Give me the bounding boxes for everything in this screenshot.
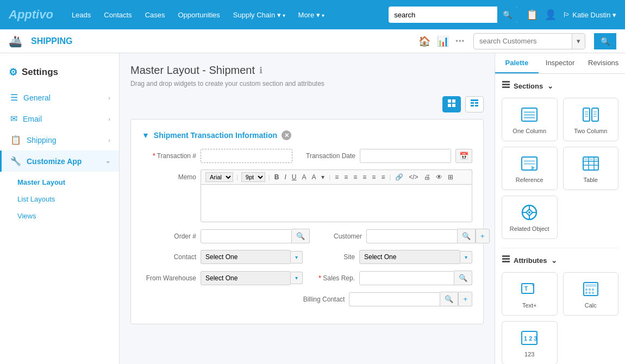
nav-cases[interactable]: Cases xyxy=(140,8,171,22)
palette-one-column[interactable]: One Column xyxy=(502,98,558,141)
svg-rect-8 xyxy=(475,105,478,106)
palette-number[interactable]: 1 2 3 123 xyxy=(502,321,558,364)
attributes-collapse-icon[interactable]: ⌄ xyxy=(551,256,557,265)
sales-rep-input[interactable] xyxy=(359,271,454,285)
svg-rect-2 xyxy=(448,104,451,107)
arrow-icon: › xyxy=(108,137,110,143)
sidebar-sub-list-layouts[interactable]: List Layouts xyxy=(0,191,119,208)
font-family-select[interactable]: Arial xyxy=(205,172,233,182)
number-label: 123 xyxy=(507,351,553,357)
order-search-icon[interactable]: 🔍 xyxy=(292,229,310,243)
table-btn[interactable]: ⊞ xyxy=(447,173,454,181)
collapse-icon[interactable]: ▼ xyxy=(142,131,149,140)
search-dropdown-arrow[interactable]: ▾ xyxy=(572,33,585,49)
link-button[interactable]: 🔗 xyxy=(394,173,404,181)
sales-rep-label: Sales Rep. xyxy=(311,274,355,282)
more-options-icon[interactable]: ••• xyxy=(455,37,465,45)
list-btn[interactable]: ≡ xyxy=(371,173,377,181)
search-button[interactable]: 🔍 xyxy=(497,7,517,23)
calendar-button[interactable]: 📅 xyxy=(455,149,472,163)
bold-button[interactable]: B xyxy=(273,173,280,181)
grid-view-button[interactable] xyxy=(442,96,461,112)
align-center[interactable]: ≡ xyxy=(343,173,349,181)
code-button[interactable]: </> xyxy=(408,173,419,181)
justify[interactable]: ≡ xyxy=(361,173,367,181)
sidebar-sub-master-layout[interactable]: Master Layout xyxy=(0,174,119,191)
sidebar-item-customize[interactable]: 🔧 Customize App ⌄ xyxy=(0,150,119,172)
sidebar-sub-views[interactable]: Views xyxy=(0,208,119,224)
site-dropdown-arrow[interactable]: ▾ xyxy=(460,251,472,263)
two-column-icon xyxy=(568,105,614,124)
svg-text:+: + xyxy=(532,282,535,288)
order-input-group: 🔍 xyxy=(201,229,310,243)
billing-search-icon[interactable]: 🔍 xyxy=(440,292,458,306)
app-logo[interactable]: Apptivo xyxy=(9,8,53,22)
warehouse-select[interactable]: Select One xyxy=(201,271,291,285)
tab-palette[interactable]: Palette xyxy=(495,53,539,73)
chart-icon[interactable]: 📊 xyxy=(437,35,449,47)
palette-two-column[interactable]: Two Column xyxy=(563,98,619,141)
nav-leads[interactable]: Leads xyxy=(66,8,96,22)
tab-revisions[interactable]: Revisions xyxy=(582,53,625,73)
align-left[interactable]: ≡ xyxy=(334,173,340,181)
site-select[interactable]: Select One xyxy=(359,250,460,264)
palette-calc[interactable]: Calc xyxy=(563,272,619,316)
preview-button[interactable]: 👁 xyxy=(435,173,443,181)
home-icon[interactable]: 🏠 xyxy=(418,35,430,47)
align-button[interactable]: A xyxy=(301,173,307,181)
customer-search-input[interactable] xyxy=(474,37,572,45)
customer-search-button[interactable]: 🔍 xyxy=(594,33,616,49)
svg-rect-55 xyxy=(592,292,594,294)
info-icon[interactable]: ℹ xyxy=(259,65,262,76)
transaction-field: Transaction # xyxy=(142,149,292,163)
contact-label: Contact xyxy=(142,253,196,261)
hierarchy-view-button[interactable] xyxy=(465,96,484,112)
nav-more[interactable]: More ▾ xyxy=(293,8,330,22)
palette-reference[interactable]: Reference xyxy=(502,147,558,190)
sidebar-item-shipping[interactable]: 📋 Shipping › xyxy=(0,129,119,150)
sales-rep-search-icon[interactable]: 🔍 xyxy=(454,271,472,285)
customer-input[interactable] xyxy=(366,229,458,243)
sub-nav-icons: 🏠 📊 ••• xyxy=(418,35,465,47)
section-close-button[interactable]: ✕ xyxy=(282,130,291,140)
svg-rect-23 xyxy=(593,116,597,117)
contact-select[interactable]: Select One xyxy=(201,250,291,264)
form-canvas: ▼ Shipment Transaction Information ✕ Tra… xyxy=(130,119,484,324)
warehouse-dropdown-arrow[interactable]: ▾ xyxy=(291,272,303,284)
search-input[interactable] xyxy=(389,11,497,19)
svg-rect-19 xyxy=(585,114,588,115)
italic-button[interactable]: I xyxy=(283,173,287,181)
contacts-icon[interactable]: 👤 xyxy=(545,9,557,21)
list2-btn[interactable]: ≡ xyxy=(380,173,386,181)
user-menu[interactable]: 🏳 Katie Dustin ▾ xyxy=(563,11,616,19)
print-button[interactable]: 🖨 xyxy=(423,173,432,181)
align-right[interactable]: ≡ xyxy=(352,173,358,181)
nav-supply-chain[interactable]: Supply Chain ▾ xyxy=(228,8,291,22)
customer-search-icon[interactable]: 🔍 xyxy=(458,229,476,243)
palette-table[interactable]: Table xyxy=(563,147,619,190)
font-size-select[interactable]: 9pt xyxy=(241,172,265,182)
palette-text-plus[interactable]: T + Text+ xyxy=(502,272,558,316)
table-icon xyxy=(568,154,614,173)
billing-contact-input[interactable] xyxy=(349,292,440,306)
align2-button[interactable]: A xyxy=(310,173,317,181)
palette-related-object[interactable]: Related Object xyxy=(502,196,558,239)
sidebar-item-email[interactable]: ✉ Email › xyxy=(0,108,119,129)
nav-contacts[interactable]: Contacts xyxy=(98,8,137,22)
transaction-input[interactable] xyxy=(201,149,292,163)
warehouse-select-group: Select One ▾ xyxy=(201,271,303,285)
sidebar-item-general[interactable]: ☰ General › xyxy=(0,87,119,108)
memo-body[interactable] xyxy=(201,184,472,222)
contact-dropdown-arrow[interactable]: ▾ xyxy=(291,251,303,263)
nav-opportunities[interactable]: Opportunities xyxy=(172,8,225,22)
transaction-date-input[interactable] xyxy=(360,149,451,163)
messages-icon[interactable]: 📋 xyxy=(526,9,538,21)
more-btn[interactable]: ▾ xyxy=(320,173,326,181)
billing-add-icon[interactable]: + xyxy=(458,292,472,306)
order-input[interactable] xyxy=(201,229,292,243)
tab-inspector[interactable]: Inspector xyxy=(539,53,582,73)
underline-button[interactable]: U xyxy=(291,173,298,181)
sections-collapse-icon[interactable]: ⌄ xyxy=(547,82,553,90)
customer-add-icon[interactable]: + xyxy=(476,229,490,243)
contact-field: Contact Select One ▾ xyxy=(142,250,303,264)
